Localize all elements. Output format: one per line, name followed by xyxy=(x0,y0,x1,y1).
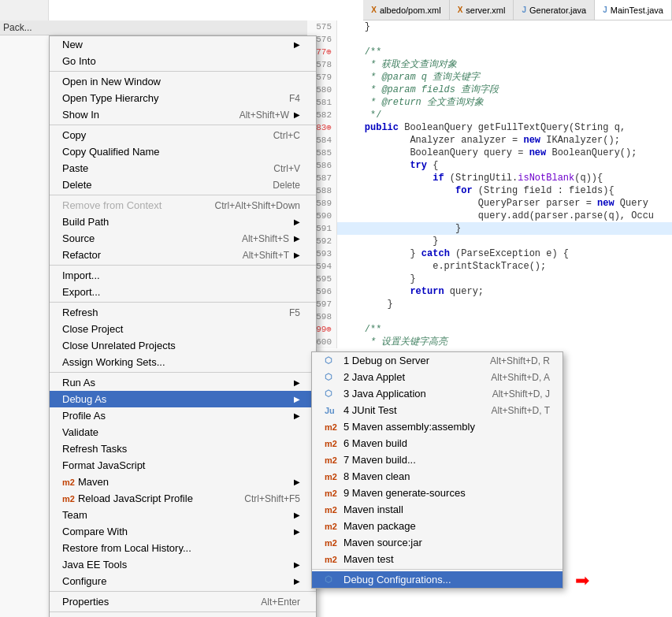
debug-as-submenu[interactable]: ⬡ 1 Debug on Server Alt+Shift+D, R ⬡ 2 J… xyxy=(311,351,563,589)
menu-item-copy[interactable]: Copy Ctrl+C xyxy=(50,127,316,143)
code-line-583: 583⊕ public BooleanQuery getFullTextQuer… xyxy=(307,121,672,134)
submenu-arrow-javaee: ▶ xyxy=(294,560,300,569)
code-line-591: 591 } xyxy=(307,222,672,235)
menu-item-open-type-hierarchy[interactable]: Open Type Hierarchy F4 xyxy=(50,90,316,106)
submenu-debug-configurations[interactable]: ⬡ Debug Configurations... xyxy=(312,571,562,588)
m2-icon-install: m2 xyxy=(325,505,339,515)
menu-item-import[interactable]: Import... xyxy=(50,267,316,284)
tab-pom-label: albedo/pom.xml xyxy=(380,6,441,15)
menu-item-compare-with[interactable]: Compare With ▶ xyxy=(50,523,316,540)
submenu-java-application[interactable]: ⬡ 3 Java Application Alt+Shift+D, J xyxy=(312,385,562,402)
code-line-594: 594 e.printStackTrace(); xyxy=(307,260,672,273)
submenu-maven-package[interactable]: m2 Maven package xyxy=(312,518,562,534)
m2-icon-clean: m2 xyxy=(325,472,339,481)
menu-item-refresh[interactable]: Refresh F5 xyxy=(50,304,316,321)
submenu-arrow-debug-as: ▶ xyxy=(294,395,300,403)
menu-item-close-project[interactable]: Close Project xyxy=(50,321,316,337)
menu-item-remove-context[interactable]: Remove from Context Ctrl+Alt+Shift+Down xyxy=(50,197,316,214)
submenu-arrow-source: ▶ xyxy=(294,234,300,243)
submenu-maven-install[interactable]: m2 Maven install xyxy=(312,501,562,518)
debug-server-icon: ⬡ xyxy=(325,355,339,366)
java-icon-2: J xyxy=(603,6,607,14)
tab-server[interactable]: X server.xml xyxy=(450,0,514,20)
submenu-maven-assembly[interactable]: m2 5 Maven assembly:assembly xyxy=(312,418,562,435)
code-line-579: 579 * @param q 查询关键字 xyxy=(307,71,672,84)
menu-item-source[interactable]: Source Alt+Shift+S ▶ xyxy=(50,230,316,247)
menu-item-restore-history[interactable]: Restore from Local History... xyxy=(50,540,316,556)
menu-item-validate[interactable]: Validate xyxy=(50,424,316,440)
submenu-junit-test[interactable]: Ju 4 JUnit Test Alt+Shift+D, T xyxy=(312,402,562,418)
code-line-577: 577⊕ /** xyxy=(307,46,672,58)
submenu-java-applet[interactable]: ⬡ 2 Java Applet Alt+Shift+D, A xyxy=(312,369,562,385)
tab-maintest-label: MainTest.java xyxy=(611,6,663,15)
code-line-586: 586 try { xyxy=(307,159,672,172)
code-line-593: 593 } catch (ParseException e) { xyxy=(307,247,672,260)
separator-4 xyxy=(50,265,316,266)
m2-icon-test: m2 xyxy=(325,555,339,564)
menu-item-refresh-tasks[interactable]: Refresh Tasks xyxy=(50,440,316,457)
m2-icon-generate: m2 xyxy=(325,489,339,498)
submenu-arrow-new: ▶ xyxy=(294,40,300,49)
menu-item-new[interactable]: New ▶ xyxy=(50,36,316,53)
submenu-arrow-profile-as: ▶ xyxy=(294,411,300,420)
code-line-599: 599⊕ /** xyxy=(307,323,672,336)
menu-item-close-unrelated[interactable]: Close Unrelated Projects xyxy=(50,337,316,354)
tab-generator-label: Generator.java xyxy=(529,6,586,15)
submenu-maven-build2[interactable]: m2 7 Maven build... xyxy=(312,452,562,468)
package-explorer-label: Pack... xyxy=(0,20,307,35)
submenu-arrow-run-as: ▶ xyxy=(294,378,300,387)
menu-item-javaee-tools[interactable]: Java EE Tools ▶ xyxy=(50,556,316,573)
junit-icon: Ju xyxy=(325,406,339,415)
tab-bar: X albedo/pom.xml X server.xml J Generato… xyxy=(363,0,672,20)
code-line-587: 587 if (StringUtil.isNotBlank(q)){ xyxy=(307,172,672,184)
menu-item-build-path[interactable]: Build Path ▶ xyxy=(50,214,316,230)
menu-item-profile-as[interactable]: Profile As ▶ xyxy=(50,407,316,424)
menu-item-delete[interactable]: Delete Delete xyxy=(50,177,316,193)
submenu-arrow-configure: ▶ xyxy=(294,577,300,585)
code-line-580: 580 * @param fields 查询字段 xyxy=(307,84,672,96)
separator-5 xyxy=(50,302,316,303)
menu-item-run-as[interactable]: Run As ▶ xyxy=(50,374,316,391)
menu-item-properties[interactable]: Properties Alt+Enter xyxy=(50,593,316,610)
submenu-arrow-team: ▶ xyxy=(294,511,300,519)
submenu-maven-generate[interactable]: m2 9 Maven generate-sources xyxy=(312,485,562,501)
java-icon-1: J xyxy=(522,6,526,14)
m2-icon-sourcejar: m2 xyxy=(325,538,339,548)
submenu-arrow-compare-with: ▶ xyxy=(294,527,300,536)
menu-item-debug-as[interactable]: Debug As ▶ xyxy=(50,391,316,407)
context-menu[interactable]: New ▶ Go Into Open in New Window Open Ty… xyxy=(49,35,317,617)
menu-item-maven[interactable]: m2 Maven ▶ xyxy=(50,474,316,490)
m2-icon-assembly: m2 xyxy=(325,422,339,432)
menu-item-format-js[interactable]: Format JavaScript xyxy=(50,457,316,474)
menu-item-reload-js[interactable]: m2 Reload JavaScript Profile Ctrl+Shift+… xyxy=(50,490,316,507)
submenu-maven-sourcejar[interactable]: m2 Maven source:jar xyxy=(312,534,562,551)
tab-pom[interactable]: X albedo/pom.xml xyxy=(363,0,449,20)
submenu-arrow-show-in: ▶ xyxy=(294,110,300,119)
tab-generator[interactable]: J Generator.java xyxy=(514,0,595,20)
separator-7 xyxy=(50,591,316,592)
submenu-maven-clean[interactable]: m2 8 Maven clean xyxy=(312,468,562,485)
submenu-maven-test[interactable]: m2 Maven test xyxy=(312,551,562,567)
code-line-588: 588 for (String field : fields){ xyxy=(307,184,672,197)
tab-maintest[interactable]: J MainTest.java xyxy=(595,0,672,20)
xml-icon-2: X xyxy=(458,6,463,14)
menu-item-create-artifacts[interactable]: Create deployment artifacts xyxy=(50,614,316,617)
menu-item-refactor[interactable]: Refactor Alt+Shift+T ▶ xyxy=(50,247,316,263)
separator-6 xyxy=(50,372,316,373)
m2-icon-build: m2 xyxy=(325,439,339,448)
tab-server-label: server.xml xyxy=(466,6,505,15)
menu-item-go-into[interactable]: Go Into xyxy=(50,53,316,69)
menu-item-open-new-window[interactable]: Open in New Window xyxy=(50,73,316,90)
menu-item-assign-working-sets[interactable]: Assign Working Sets... xyxy=(50,354,316,370)
menu-item-paste[interactable]: Paste Ctrl+V xyxy=(50,160,316,177)
menu-item-configure[interactable]: Configure ▶ xyxy=(50,573,316,589)
submenu-maven-build[interactable]: m2 6 Maven build xyxy=(312,435,562,452)
menu-item-team[interactable]: Team ▶ xyxy=(50,507,316,523)
menu-item-copy-qualified[interactable]: Copy Qualified Name xyxy=(50,143,316,160)
menu-item-export[interactable]: Export... xyxy=(50,284,316,300)
debug-applet-icon: ⬡ xyxy=(325,372,339,382)
code-line-576: 576 xyxy=(307,33,672,46)
xml-icon: X xyxy=(371,6,377,14)
submenu-debug-server[interactable]: ⬡ 1 Debug on Server Alt+Shift+D, R xyxy=(312,352,562,369)
menu-item-show-in[interactable]: Show In Alt+Shift+W ▶ xyxy=(50,106,316,123)
